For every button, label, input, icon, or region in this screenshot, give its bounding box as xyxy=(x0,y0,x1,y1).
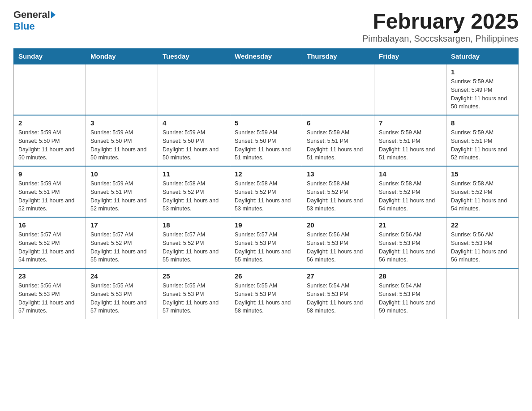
calendar-cell: 24Sunrise: 5:55 AM Sunset: 5:53 PM Dayli… xyxy=(86,268,158,319)
calendar-cell: 9Sunrise: 5:59 AM Sunset: 5:51 PM Daylig… xyxy=(14,166,86,217)
calendar-cell xyxy=(446,268,519,319)
day-number: 1 xyxy=(451,68,514,76)
day-info: Sunrise: 5:57 AM Sunset: 5:53 PM Dayligh… xyxy=(235,231,297,264)
calendar-cell: 3Sunrise: 5:59 AM Sunset: 5:50 PM Daylig… xyxy=(86,115,158,166)
day-info: Sunrise: 5:55 AM Sunset: 5:53 PM Dayligh… xyxy=(235,282,297,315)
logo: General Blue xyxy=(13,9,56,32)
day-info: Sunrise: 5:59 AM Sunset: 5:51 PM Dayligh… xyxy=(18,180,81,213)
calendar-table: SundayMondayTuesdayWednesdayThursdayFrid… xyxy=(13,48,519,319)
day-number: 23 xyxy=(18,272,81,280)
calendar-cell: 21Sunrise: 5:56 AM Sunset: 5:53 PM Dayli… xyxy=(374,217,446,268)
logo-arrow-icon xyxy=(51,11,56,18)
calendar-cell: 2Sunrise: 5:59 AM Sunset: 5:50 PM Daylig… xyxy=(14,115,86,166)
day-info: Sunrise: 5:59 AM Sunset: 5:50 PM Dayligh… xyxy=(163,128,225,162)
calendar-cell: 23Sunrise: 5:56 AM Sunset: 5:53 PM Dayli… xyxy=(14,268,86,319)
calendar-cell: 11Sunrise: 5:58 AM Sunset: 5:52 PM Dayli… xyxy=(158,166,230,217)
weekday-header-tuesday: Tuesday xyxy=(158,49,230,64)
day-info: Sunrise: 5:59 AM Sunset: 5:50 PM Dayligh… xyxy=(18,128,81,162)
day-number: 12 xyxy=(235,170,297,178)
calendar-cell: 12Sunrise: 5:58 AM Sunset: 5:52 PM Dayli… xyxy=(230,166,302,217)
day-number: 25 xyxy=(163,272,225,280)
day-info: Sunrise: 5:54 AM Sunset: 5:53 PM Dayligh… xyxy=(307,282,369,315)
calendar-cell: 17Sunrise: 5:57 AM Sunset: 5:52 PM Dayli… xyxy=(86,217,158,268)
calendar-cell: 5Sunrise: 5:59 AM Sunset: 5:50 PM Daylig… xyxy=(230,115,302,166)
day-info: Sunrise: 5:56 AM Sunset: 5:53 PM Dayligh… xyxy=(379,231,442,264)
day-info: Sunrise: 5:58 AM Sunset: 5:52 PM Dayligh… xyxy=(451,180,514,213)
day-info: Sunrise: 5:58 AM Sunset: 5:52 PM Dayligh… xyxy=(379,180,442,213)
day-info: Sunrise: 5:59 AM Sunset: 5:51 PM Dayligh… xyxy=(90,180,153,213)
day-number: 19 xyxy=(235,221,297,229)
day-number: 18 xyxy=(163,221,225,229)
day-number: 4 xyxy=(163,119,225,127)
day-number: 2 xyxy=(18,119,81,127)
day-info: Sunrise: 5:59 AM Sunset: 5:51 PM Dayligh… xyxy=(307,128,369,162)
calendar-cell xyxy=(302,64,374,115)
day-number: 15 xyxy=(451,170,514,178)
calendar-cell: 28Sunrise: 5:54 AM Sunset: 5:53 PM Dayli… xyxy=(374,268,446,319)
calendar-week-3: 9Sunrise: 5:59 AM Sunset: 5:51 PM Daylig… xyxy=(14,166,519,217)
day-number: 13 xyxy=(307,170,369,178)
calendar-cell xyxy=(374,64,446,115)
day-number: 24 xyxy=(90,272,153,280)
calendar-cell: 6Sunrise: 5:59 AM Sunset: 5:51 PM Daylig… xyxy=(302,115,374,166)
calendar-week-5: 23Sunrise: 5:56 AM Sunset: 5:53 PM Dayli… xyxy=(14,268,519,319)
day-info: Sunrise: 5:59 AM Sunset: 5:50 PM Dayligh… xyxy=(90,128,153,162)
day-info: Sunrise: 5:59 AM Sunset: 5:49 PM Dayligh… xyxy=(451,77,514,111)
day-number: 27 xyxy=(307,272,369,280)
calendar-cell: 10Sunrise: 5:59 AM Sunset: 5:51 PM Dayli… xyxy=(86,166,158,217)
calendar-cell: 16Sunrise: 5:57 AM Sunset: 5:52 PM Dayli… xyxy=(14,217,86,268)
calendar-cell: 22Sunrise: 5:56 AM Sunset: 5:53 PM Dayli… xyxy=(446,217,519,268)
day-info: Sunrise: 5:59 AM Sunset: 5:51 PM Dayligh… xyxy=(451,128,514,162)
day-info: Sunrise: 5:56 AM Sunset: 5:53 PM Dayligh… xyxy=(18,282,81,315)
day-info: Sunrise: 5:56 AM Sunset: 5:53 PM Dayligh… xyxy=(451,231,514,264)
calendar-cell: 7Sunrise: 5:59 AM Sunset: 5:51 PM Daylig… xyxy=(374,115,446,166)
day-info: Sunrise: 5:59 AM Sunset: 5:50 PM Dayligh… xyxy=(235,128,297,162)
calendar-cell: 27Sunrise: 5:54 AM Sunset: 5:53 PM Dayli… xyxy=(302,268,374,319)
day-number: 7 xyxy=(379,119,442,127)
day-info: Sunrise: 5:55 AM Sunset: 5:53 PM Dayligh… xyxy=(163,282,225,315)
weekday-header-sunday: Sunday xyxy=(14,49,86,64)
calendar-cell: 25Sunrise: 5:55 AM Sunset: 5:53 PM Dayli… xyxy=(158,268,230,319)
calendar-cell xyxy=(86,64,158,115)
day-info: Sunrise: 5:59 AM Sunset: 5:51 PM Dayligh… xyxy=(379,128,442,162)
day-number: 22 xyxy=(451,221,514,229)
weekday-header-thursday: Thursday xyxy=(302,49,374,64)
logo-general-text: General xyxy=(13,9,50,21)
day-number: 21 xyxy=(379,221,442,229)
day-number: 11 xyxy=(163,170,225,178)
calendar-cell: 4Sunrise: 5:59 AM Sunset: 5:50 PM Daylig… xyxy=(158,115,230,166)
day-info: Sunrise: 5:55 AM Sunset: 5:53 PM Dayligh… xyxy=(90,282,153,315)
page-header: General Blue February 2025 Pimbalayan, S… xyxy=(13,9,519,44)
day-number: 14 xyxy=(379,170,442,178)
calendar-cell xyxy=(230,64,302,115)
day-info: Sunrise: 5:54 AM Sunset: 5:53 PM Dayligh… xyxy=(379,282,442,315)
calendar-cell xyxy=(158,64,230,115)
calendar-cell: 26Sunrise: 5:55 AM Sunset: 5:53 PM Dayli… xyxy=(230,268,302,319)
calendar-cell: 13Sunrise: 5:58 AM Sunset: 5:52 PM Dayli… xyxy=(302,166,374,217)
day-info: Sunrise: 5:57 AM Sunset: 5:52 PM Dayligh… xyxy=(163,231,225,264)
day-info: Sunrise: 5:57 AM Sunset: 5:52 PM Dayligh… xyxy=(90,231,153,264)
logo-blue-text: Blue xyxy=(13,21,35,32)
calendar-cell: 1Sunrise: 5:59 AM Sunset: 5:49 PM Daylig… xyxy=(446,64,519,115)
location-subtitle: Pimbalayan, Soccsksargen, Philippines xyxy=(362,34,519,44)
calendar-cell xyxy=(14,64,86,115)
day-number: 20 xyxy=(307,221,369,229)
calendar-cell: 18Sunrise: 5:57 AM Sunset: 5:52 PM Dayli… xyxy=(158,217,230,268)
calendar-cell: 8Sunrise: 5:59 AM Sunset: 5:51 PM Daylig… xyxy=(446,115,519,166)
day-number: 3 xyxy=(90,119,153,127)
day-info: Sunrise: 5:58 AM Sunset: 5:52 PM Dayligh… xyxy=(235,180,297,213)
day-number: 8 xyxy=(451,119,514,127)
day-number: 5 xyxy=(235,119,297,127)
day-info: Sunrise: 5:57 AM Sunset: 5:52 PM Dayligh… xyxy=(18,231,81,264)
day-info: Sunrise: 5:56 AM Sunset: 5:53 PM Dayligh… xyxy=(307,231,369,264)
calendar-week-2: 2Sunrise: 5:59 AM Sunset: 5:50 PM Daylig… xyxy=(14,115,519,166)
weekday-header-friday: Friday xyxy=(374,49,446,64)
day-info: Sunrise: 5:58 AM Sunset: 5:52 PM Dayligh… xyxy=(163,180,225,213)
day-number: 28 xyxy=(379,272,442,280)
day-number: 17 xyxy=(90,221,153,229)
calendar-cell: 14Sunrise: 5:58 AM Sunset: 5:52 PM Dayli… xyxy=(374,166,446,217)
calendar-cell: 15Sunrise: 5:58 AM Sunset: 5:52 PM Dayli… xyxy=(446,166,519,217)
calendar-week-1: 1Sunrise: 5:59 AM Sunset: 5:49 PM Daylig… xyxy=(14,64,519,115)
weekday-header-monday: Monday xyxy=(86,49,158,64)
month-title: February 2025 xyxy=(362,9,519,34)
